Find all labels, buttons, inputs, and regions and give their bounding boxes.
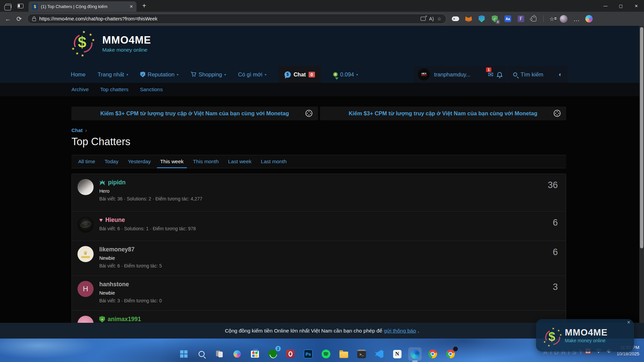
browser-toolbar: ← ⟳ https://mmo4me.com/chat/top-chatters… xyxy=(0,12,644,26)
browser-tab[interactable]: $ (1) Top Chatters | Cộng đồng kiếm ✕ xyxy=(29,1,137,12)
user-avatar[interactable]: HEX PROXY xyxy=(418,68,430,80)
toolbar-divider xyxy=(543,15,544,22)
subnav-archive[interactable]: Archive xyxy=(71,86,89,93)
microsoft-store-icon[interactable] xyxy=(248,347,262,361)
tab-close-icon[interactable]: ✕ xyxy=(129,4,133,9)
subnav-top-chatters[interactable]: Top chatters xyxy=(100,86,128,93)
gamepad-extension-icon[interactable] xyxy=(452,15,459,22)
tab-last-week[interactable]: Last week xyxy=(223,155,256,168)
popup-close-icon[interactable]: ✕ xyxy=(627,320,631,325)
chrome-profile-icon[interactable] xyxy=(444,347,457,361)
new-tab-button[interactable]: + xyxy=(142,2,146,9)
copilot-icon[interactable] xyxy=(585,15,593,22)
nav-balance[interactable]: 0.094▾ xyxy=(333,71,358,78)
vscode-icon[interactable] xyxy=(373,347,386,361)
browser-profile-avatar[interactable] xyxy=(560,15,568,23)
nav-shopping[interactable]: Shopping▾ xyxy=(191,71,226,78)
avatar[interactable] xyxy=(77,217,94,233)
chatter-row[interactable]: ♛ likemoney87 Newbie Bài viết: 6 · Điểm … xyxy=(72,241,566,276)
chrome-icon[interactable] xyxy=(426,347,439,361)
photoshop-icon[interactable]: Ps xyxy=(302,347,315,361)
nav-trang-nhat[interactable]: Trang nhất▾ xyxy=(98,71,128,78)
chatter-row[interactable]: ★animax1991 xyxy=(72,311,566,323)
nav-chat[interactable]: $ Chat 0 xyxy=(278,66,321,83)
logo-title: MMO4ME xyxy=(102,34,151,46)
username[interactable]: pipidn xyxy=(108,179,125,186)
window-minimize-button[interactable]: — xyxy=(598,0,613,12)
back-button[interactable]: ← xyxy=(5,16,11,22)
read-aloud-icon[interactable]: A) xyxy=(429,16,434,21)
tab-all-time[interactable]: All time xyxy=(73,155,100,168)
avatar[interactable] xyxy=(77,179,94,195)
translate-extension-icon[interactable]: Aa xyxy=(504,15,512,22)
notifications-bell-icon[interactable] xyxy=(497,72,502,76)
monetag-icon xyxy=(305,110,313,117)
scrollbar-thumb[interactable] xyxy=(640,27,643,248)
f-extension-icon[interactable]: F xyxy=(517,15,525,22)
address-bar[interactable]: https://mmo4me.com/chat/top-chatters?fro… xyxy=(27,14,446,24)
chatter-row[interactable]: ♥Hieune Bài viết: 6 · Solutions: 1 · Điể… xyxy=(72,212,566,241)
start-button[interactable] xyxy=(177,347,191,361)
copilot-taskbar-icon[interactable] xyxy=(230,347,244,361)
username[interactable]: hanhstone xyxy=(99,281,129,288)
tab-yesterday[interactable]: Yesterday xyxy=(123,155,155,168)
workspaces-icon[interactable] xyxy=(5,4,11,8)
username[interactable]: animax1991 xyxy=(108,316,141,323)
theme-toggle-icon[interactable]: ◐ xyxy=(558,71,562,78)
extensions-puzzle-icon[interactable] xyxy=(530,15,538,22)
avatar[interactable]: ♛ xyxy=(77,246,94,262)
mmo4me-popup[interactable]: ✕ $ ★ ★ ★ ★ ★ MMO4ME Make money online xyxy=(536,319,634,352)
username[interactable]: likemoney87 xyxy=(99,246,135,253)
nav-reputation[interactable]: ✓Reputation▾ xyxy=(140,71,178,78)
nav-co-gi-moi[interactable]: Có gì mới▾ xyxy=(238,71,266,78)
lock-icon[interactable] xyxy=(32,18,36,21)
subnav-sanctions[interactable]: Sanctions xyxy=(140,86,163,93)
monetag-banner[interactable]: Kiếm $3+ CPM từ lượng truy cập ở Việt Na… xyxy=(71,107,318,120)
favorite-star-icon[interactable]: ☆ xyxy=(437,16,441,21)
account-username[interactable]: tranphamduy... xyxy=(434,71,484,78)
chatter-row[interactable]: pipidn Hero Bài viết: 36 · Solutions: 2 … xyxy=(72,174,566,212)
taskbar-search-icon[interactable] xyxy=(195,347,208,361)
tab-today[interactable]: Today xyxy=(100,155,123,168)
edge-icon[interactable] xyxy=(408,347,422,361)
settings-ellipsis-icon[interactable]: … xyxy=(573,16,580,22)
file-explorer-icon[interactable] xyxy=(337,347,351,361)
url-text[interactable]: https://mmo4me.com/chat/top-chatters?fro… xyxy=(39,16,417,21)
search-label[interactable]: Tìm kiếm xyxy=(521,71,555,78)
window-maximize-button[interactable]: ▢ xyxy=(613,0,629,12)
username[interactable]: Hieune xyxy=(105,217,125,224)
split-screen-icon[interactable] xyxy=(421,17,426,21)
site-search[interactable]: Tìm kiếm ◐ xyxy=(508,66,568,83)
opera-icon[interactable] xyxy=(284,347,297,361)
send-notifications-link[interactable]: gửi thông báo xyxy=(384,328,416,334)
tab-this-month[interactable]: This month xyxy=(188,155,223,168)
xbox-icon[interactable]: 2 xyxy=(266,347,279,361)
adguard-extension-icon[interactable] xyxy=(478,15,485,22)
extensions-row: ✓ 4 Aa F ☆ … xyxy=(452,15,593,23)
account-box[interactable]: HEX PROXY tranphamduy... ✉ 1 xyxy=(413,66,506,83)
tab-last-month[interactable]: Last month xyxy=(256,155,291,168)
nav-home[interactable]: Home xyxy=(71,71,86,78)
antivirus-extension-icon[interactable]: ✓ 4 xyxy=(491,15,498,22)
user-stats: Bài viết: 3 · Điểm tương tác: 0 xyxy=(99,298,559,303)
avatar[interactable]: H xyxy=(77,281,94,297)
tab-this-week[interactable]: This week xyxy=(156,155,189,168)
notion-icon[interactable]: N xyxy=(390,347,404,361)
metamask-extension-icon[interactable] xyxy=(465,15,472,22)
avatar[interactable] xyxy=(77,316,94,323)
chatter-row[interactable]: H hanhstone Newbie Bài viết: 3 · Điểm tư… xyxy=(72,276,566,311)
terminal-icon[interactable]: >_ xyxy=(355,347,368,361)
page-scrollbar[interactable]: ▼ xyxy=(639,26,644,339)
breadcrumb-chat[interactable]: Chat xyxy=(71,127,83,133)
widgets-icon[interactable] xyxy=(213,347,226,361)
window-close-button[interactable]: ✕ xyxy=(629,0,644,12)
favorites-bar-icon[interactable]: ☆ xyxy=(549,16,554,22)
reload-button[interactable]: ⟳ xyxy=(16,16,22,22)
spotify-icon[interactable] xyxy=(319,347,333,361)
tab-actions-icon[interactable] xyxy=(17,4,23,8)
inbox-icon[interactable]: ✉ 1 xyxy=(488,71,493,78)
chevron-down-icon: ▾ xyxy=(356,73,358,76)
shield-check-icon: ✓ xyxy=(140,72,145,77)
site-logo[interactable]: $ ★ ★ ★ ★ ★ ★ MMO4ME Make money online xyxy=(71,31,151,57)
monetag-banner[interactable]: Kiếm $3+ CPM từ lượng truy cập ở Việt Na… xyxy=(320,107,567,120)
